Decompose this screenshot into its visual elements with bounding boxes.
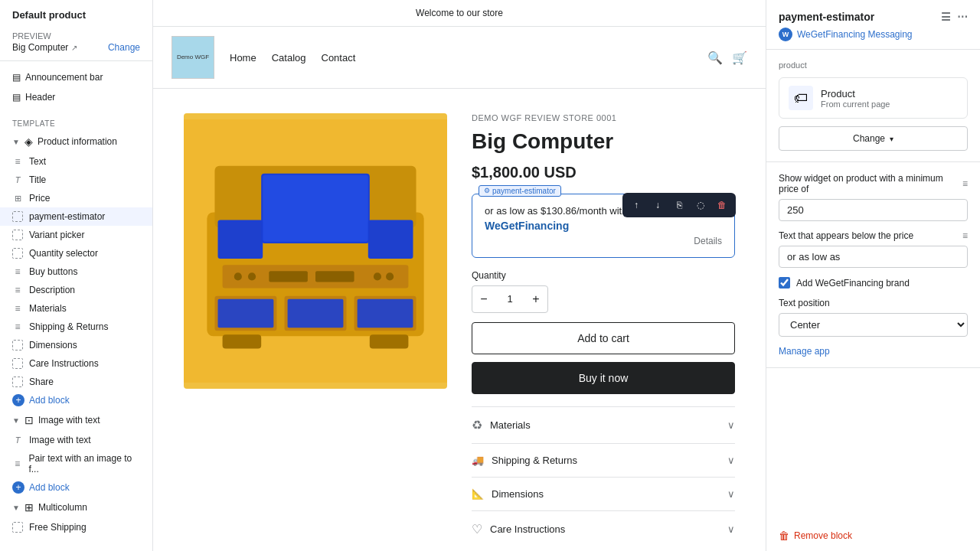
quantity-value: 1 xyxy=(495,293,524,305)
template-label: TEMPLATE xyxy=(0,113,152,131)
min-price-field-group: Show widget on product with a minimum pr… xyxy=(779,173,968,221)
add-brand-label[interactable]: Add WeGetFinancing brand xyxy=(796,278,910,289)
chevron-down-icon-care: ∨ xyxy=(727,523,735,535)
quantity-control: − 1 + xyxy=(472,285,548,313)
sidebar-item-shipping-returns[interactable]: Shipping & Returns xyxy=(0,318,152,336)
svg-point-10 xyxy=(234,272,242,280)
toolbar-move-up[interactable]: ↑ xyxy=(627,196,645,214)
accordion-dimensions[interactable]: 📐 Dimensions ∨ xyxy=(472,477,735,510)
preview-change-link[interactable]: Change xyxy=(108,42,140,53)
svg-point-15 xyxy=(386,272,394,280)
dashed-icon-4 xyxy=(12,340,23,350)
trash-icon: 🗑 xyxy=(779,530,789,542)
svg-rect-22 xyxy=(223,334,262,348)
text-position-select[interactable]: Left Center Right xyxy=(779,313,968,337)
dashed-icon-2 xyxy=(12,230,23,240)
sidebar-item-pair-text[interactable]: Pair text with an image to f... xyxy=(0,449,152,478)
product-image xyxy=(184,113,447,389)
chevron-down-icon: ▼ xyxy=(12,138,20,146)
nav-home[interactable]: Home xyxy=(230,52,256,64)
sidebar-item-free-shipping[interactable]: Free Shipping xyxy=(0,518,152,536)
product-info-items: Text Title ⊞ Price payment-estimator Var… xyxy=(0,152,152,409)
add-to-cart-button[interactable]: Add to cart xyxy=(472,322,735,354)
toolbar-hide[interactable]: ◌ xyxy=(691,196,710,214)
remove-block-button[interactable]: 🗑 Remove block xyxy=(766,520,980,551)
payment-widget-details: Details xyxy=(485,235,722,246)
add-brand-checkbox[interactable] xyxy=(779,277,790,289)
accordion-materials[interactable]: ♻ Materials ∨ xyxy=(472,406,735,443)
cart-icon[interactable]: 🛒 xyxy=(732,51,747,65)
search-icon[interactable]: 🔍 xyxy=(707,51,723,65)
chevron-icon-2: ▼ xyxy=(12,416,20,425)
preview-section: PREVIEW Big Computer ↗ Change xyxy=(0,27,152,61)
wef-brand-link[interactable]: WeGetFinancing xyxy=(485,220,569,232)
announcement-bar-icon: ▤ xyxy=(12,72,21,83)
store-topbar: Welcome to our store xyxy=(153,0,766,27)
sidebar-item-share[interactable]: Share xyxy=(0,373,152,391)
panel-icon-more[interactable]: ⋯ xyxy=(957,11,968,23)
sidebar-item-payment-estimator[interactable]: payment-estimator xyxy=(0,207,152,226)
sidebar-item-announcement-bar[interactable]: ▤ Announcement bar xyxy=(0,67,152,87)
left-sidebar: Default product PREVIEW Big Computer ↗ C… xyxy=(0,0,153,551)
lines-icon-2 xyxy=(12,266,23,277)
accordion-shipping[interactable]: 🚚 Shipping & Returns ∨ xyxy=(472,443,735,477)
min-price-label: Show widget on product with a minimum pr… xyxy=(779,173,968,194)
price-icon: ⊞ xyxy=(12,194,23,204)
buy-now-button[interactable]: Buy it now xyxy=(472,362,735,394)
details-link[interactable]: Details xyxy=(694,236,722,246)
right-panel-header: payment-estimator ☰ ⋯ W WeGetFinancing M… xyxy=(766,0,980,50)
badge-icon: ⚙ xyxy=(484,187,490,194)
svg-rect-12 xyxy=(269,271,308,282)
svg-rect-13 xyxy=(315,271,354,282)
add-block-product-info[interactable]: + Add block xyxy=(0,391,152,409)
quantity-decrease[interactable]: − xyxy=(472,286,495,312)
store-logo: Demo WGF xyxy=(172,36,214,79)
product-card-info: Product From current page xyxy=(821,88,958,109)
sidebar-item-materials[interactable]: Materials xyxy=(0,299,152,318)
lines-icon-6 xyxy=(12,458,22,469)
sidebar-item-quantity-selector[interactable]: Quantity selector xyxy=(0,244,152,262)
sidebar-item-image-with-text[interactable]: Image with text xyxy=(0,431,152,449)
sidebar-image-with-text[interactable]: ▼ ⊡ Image with text xyxy=(0,409,152,431)
dashed-icon xyxy=(12,211,23,222)
panel-icon-list[interactable]: ☰ xyxy=(941,11,951,23)
add-block-image-with-text[interactable]: + Add block xyxy=(0,478,152,497)
sidebar-item-buy-buttons[interactable]: Buy buttons xyxy=(0,262,152,281)
store-nav-icons: 🔍 🛒 xyxy=(707,51,747,65)
toolbar-move-down[interactable]: ↓ xyxy=(648,196,667,214)
sidebar-item-price[interactable]: ⊞ Price xyxy=(0,189,152,207)
sidebar-item-care-instructions[interactable]: Care Instructions xyxy=(0,354,152,373)
sidebar-product-information[interactable]: ▼ ◈ Product information xyxy=(0,131,152,152)
min-price-input[interactable] xyxy=(779,199,968,221)
toolbar-duplicate[interactable]: ⎘ xyxy=(670,196,688,214)
svg-rect-8 xyxy=(370,222,412,258)
svg-point-11 xyxy=(248,272,256,280)
chevron-down-change: ▾ xyxy=(890,135,893,143)
sidebar-multicolumn[interactable]: ▼ ⊞ Multicolumn xyxy=(0,497,152,518)
sidebar-item-variant-picker[interactable]: Variant picker xyxy=(0,226,152,244)
sidebar-item-header[interactable]: ▤ Header xyxy=(0,87,152,107)
below-price-input[interactable] xyxy=(779,246,968,268)
accordion-care-instructions[interactable]: ♡ Care Instructions ∨ xyxy=(472,510,735,547)
main-area: Welcome to our store Demo WGF Home Catal… xyxy=(153,0,766,551)
svg-rect-6 xyxy=(220,222,262,258)
external-link-icon: ↗ xyxy=(71,44,77,52)
sidebar-item-description[interactable]: Description xyxy=(0,281,152,299)
welcome-message: Welcome to our store xyxy=(416,8,503,18)
quantity-increase[interactable]: + xyxy=(524,286,547,312)
toolbar-delete[interactable]: 🗑 xyxy=(713,196,731,214)
sidebar-item-title[interactable]: Title xyxy=(0,171,152,189)
manage-app-link[interactable]: Manage app xyxy=(779,346,968,357)
nav-contact[interactable]: Contact xyxy=(322,52,356,64)
change-product-button[interactable]: Change ▾ xyxy=(779,126,968,151)
sidebar-item-dimensions[interactable]: Dimensions xyxy=(0,336,152,354)
t-icon-2 xyxy=(12,435,23,445)
quantity-label: Quantity xyxy=(472,270,735,281)
care-icon: ♡ xyxy=(472,522,482,536)
nav-catalog[interactable]: Catalog xyxy=(272,52,306,64)
right-panel: payment-estimator ☰ ⋯ W WeGetFinancing M… xyxy=(766,0,980,551)
product-title: Big Computer xyxy=(472,129,735,155)
min-price-info-icon: ≡ xyxy=(962,178,968,189)
product-details: DEMO WGF REVIEW STORE 0001 Big Computer … xyxy=(472,113,735,547)
sidebar-item-text[interactable]: Text xyxy=(0,152,152,171)
